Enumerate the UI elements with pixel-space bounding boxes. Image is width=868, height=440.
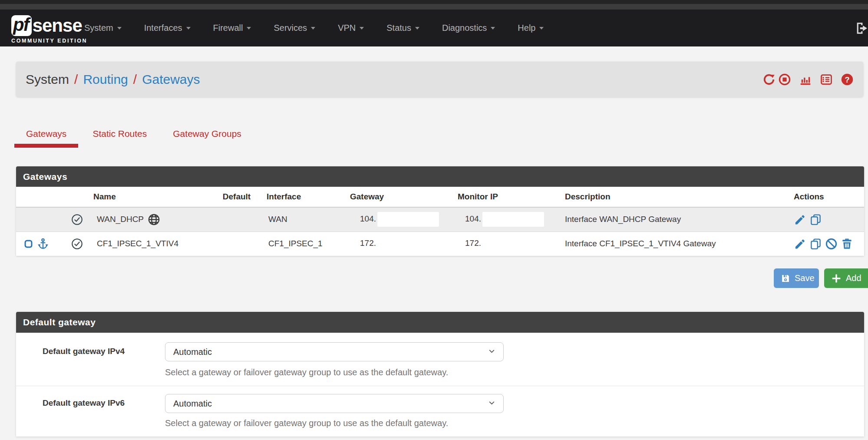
globe-icon [148,213,160,226]
breadcrumb-section: System [26,72,69,87]
menu-diagnostics[interactable]: Diagnostics [431,23,506,33]
col-header-actions: Actions [786,187,864,207]
form-group-ipv6: Default gateway IPv6 Automatic Select a … [16,386,864,437]
caret-down-icon [117,27,122,30]
window-chrome-strip [0,0,868,4]
gateways-panel: Gateways Name Default Interface Gateway … [16,166,864,256]
breadcrumb-separator: / [133,72,137,87]
table-header-row: Name Default Interface Gateway Monitor I… [16,187,864,207]
table-row: WAN_DHCP [16,207,864,232]
caret-down-icon [311,27,315,30]
default-gateway-ipv4-label: Default gateway IPv4 [43,347,125,356]
log-icon[interactable] [820,73,833,86]
form-group-ipv4: Default gateway IPv4 Automatic Select a … [16,333,864,386]
status-check-circle-icon [71,214,83,223]
help-icon[interactable]: ? [841,73,854,86]
caret-down-icon [186,27,191,30]
tab-gateways[interactable]: Gateways [14,123,78,148]
redacted-value [482,212,544,227]
gateways-table: Name Default Interface Gateway Monitor I… [16,187,864,256]
refresh-icon[interactable] [762,73,776,86]
menu-status[interactable]: Status [375,23,431,33]
col-header-monitor-ip: Monitor IP [452,187,558,207]
gateway-interface: CF1_IPSEC_1 [261,232,345,256]
gateway-description: Interface CF1_IPSEC_1_VTIV4 Gateway [558,232,786,256]
save-button[interactable]: Save [774,268,819,288]
table-row: CF1_IPSEC_1_VTIV4 CF1_IPSEC_1 172. 172. … [16,232,864,256]
anchor-icon [37,238,49,250]
default-square-icon [24,239,33,248]
gateway-address: 104. [360,214,376,223]
gateway-address: 172. [360,238,376,248]
chevron-down-icon [488,399,495,409]
gateway-name: WAN_DHCP [97,215,144,224]
main-menu: System Interfaces Firewall Services VPN … [73,10,555,46]
menu-system[interactable]: System [73,23,133,33]
window-chrome-tabstrip [0,4,868,10]
help-text: Select a gateway or failover gateway gro… [165,367,448,377]
monitor-ip: 172. [465,238,481,248]
caret-down-icon [415,27,419,30]
default-gateway-ipv6-label: Default gateway IPv6 [43,398,125,408]
default-gateway-panel-title: Default gateway [16,312,864,333]
breadcrumb-link-gateways[interactable]: Gateways [142,72,200,87]
col-header-default: Default [213,187,261,207]
breadcrumb-link-routing[interactable]: Routing [83,72,128,87]
caret-down-icon [491,27,495,30]
page-content: System / Routing / Gateways [0,46,868,440]
tab-gateway-groups[interactable]: Gateway Groups [161,123,253,148]
routing-tabs: Gateways Static Routes Gateway Groups [14,123,256,148]
gateway-interface: WAN [261,207,345,232]
gateways-panel-title: Gateways [16,166,864,187]
top-navbar: pf sense COMMUNITY EDITION System Interf… [0,10,868,46]
caret-down-icon [360,27,364,30]
gateway-name: CF1_IPSEC_1_VTIV4 [97,239,178,248]
redacted-value [377,212,439,227]
redacted-value [482,236,544,251]
gateway-description: Interface WAN_DHCP Gateway [558,207,786,232]
status-check-circle-icon [71,238,83,248]
stop-circle-icon[interactable] [778,73,791,86]
breadcrumb: System / Routing / Gateways [16,62,863,97]
traffic-graph-icon[interactable] [799,73,812,86]
add-button[interactable]: Add [824,268,868,288]
monitor-ip: 104. [465,214,481,223]
tab-static-routes[interactable]: Static Routes [81,123,158,148]
breadcrumb-separator: / [74,72,78,87]
menu-services[interactable]: Services [262,23,327,33]
menu-vpn[interactable]: VPN [327,23,375,33]
logo-pf-box: pf [11,15,32,36]
edit-icon[interactable] [794,213,806,226]
default-gateway-ipv6-select[interactable]: Automatic [165,394,504,413]
copy-icon[interactable] [809,238,822,250]
menu-help[interactable]: Help [506,23,555,33]
default-gateway-panel: Default gateway Default gateway IPv4 Aut… [16,312,864,437]
col-header-description: Description [558,187,786,207]
edit-icon[interactable] [794,238,806,250]
chevron-down-icon [488,347,495,357]
redacted-value [377,236,439,251]
copy-icon[interactable] [809,213,822,226]
save-icon [781,274,790,283]
caret-down-icon [247,27,251,30]
col-header-gateway: Gateway [345,187,452,207]
menu-firewall[interactable]: Firewall [202,23,263,33]
col-header-name: Name [89,187,213,207]
disable-icon[interactable] [825,238,838,250]
default-gateway-ipv4-select[interactable]: Automatic [165,342,504,361]
col-header-interface: Interface [261,187,345,207]
sign-out-icon[interactable] [853,21,868,36]
svg-text:?: ? [845,75,849,84]
menu-interfaces[interactable]: Interfaces [133,23,202,33]
delete-icon[interactable] [841,238,853,250]
caret-down-icon [539,27,544,30]
plus-icon [831,273,842,284]
help-text: Select a gateway or failover gateway gro… [165,418,448,428]
